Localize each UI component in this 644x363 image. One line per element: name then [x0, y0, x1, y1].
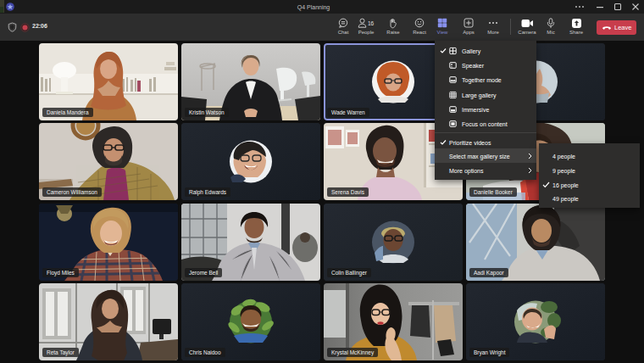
svg-text:16: 16	[368, 20, 375, 25]
